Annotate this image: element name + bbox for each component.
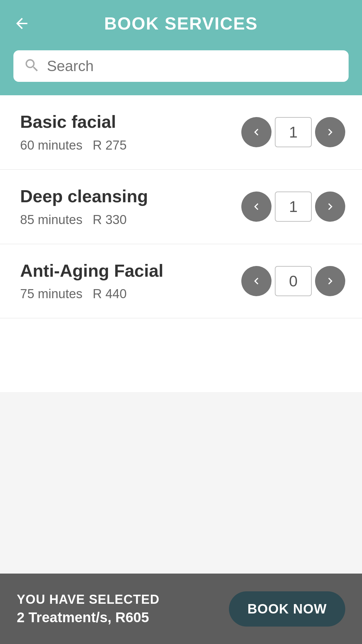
service-name: Anti-Aging Facial: [20, 261, 235, 281]
bottom-selected-detail: 2 Treatment/s, R605: [17, 609, 160, 626]
back-button[interactable]: [13, 15, 30, 32]
chevron-left-icon: [250, 274, 263, 288]
search-bar: [13, 50, 349, 82]
service-info: Deep cleansing 85 minutes R 330: [20, 186, 235, 227]
service-meta: 75 minutes R 440: [20, 287, 235, 301]
qty-stepper-anti-aging-facial: 0: [241, 266, 345, 296]
qty-stepper-basic-facial: 1: [241, 117, 345, 147]
decrement-button-deep-cleansing[interactable]: [241, 192, 272, 222]
search-container: [0, 50, 362, 95]
service-price: R 275: [93, 138, 126, 152]
chevron-left-icon: [250, 200, 263, 213]
service-duration: 85 minutes: [20, 213, 82, 227]
service-meta: 60 minutes R 275: [20, 138, 235, 153]
bottom-selection-info: YOU HAVE SELECTED 2 Treatment/s, R605: [17, 592, 160, 626]
service-info: Anti-Aging Facial 75 minutes R 440: [20, 261, 235, 302]
service-price: R 440: [93, 287, 126, 301]
service-duration: 60 minutes: [20, 138, 82, 152]
bottom-selected-label: YOU HAVE SELECTED: [17, 592, 160, 607]
service-meta: 85 minutes R 330: [20, 213, 235, 227]
search-input[interactable]: [47, 58, 339, 74]
qty-value-deep-cleansing: 1: [275, 192, 312, 222]
chevron-right-icon: [323, 125, 337, 139]
page-title: BOOK SERVICES: [104, 13, 258, 34]
chevron-left-icon: [250, 125, 263, 139]
services-list: Basic facial 60 minutes R 275 1 Deep cle…: [0, 95, 362, 392]
book-now-button[interactable]: BOOK NOW: [229, 591, 345, 627]
service-name: Basic facial: [20, 112, 235, 132]
qty-value-anti-aging-facial: 0: [275, 266, 312, 296]
increment-button-deep-cleansing[interactable]: [315, 192, 345, 222]
service-item-anti-aging-facial: Anti-Aging Facial 75 minutes R 440 0: [0, 244, 362, 319]
back-arrow-icon: [13, 15, 30, 32]
increment-button-anti-aging-facial[interactable]: [315, 266, 345, 296]
decrement-button-anti-aging-facial[interactable]: [241, 266, 272, 296]
service-name: Deep cleansing: [20, 186, 235, 207]
chevron-right-icon: [323, 274, 337, 288]
service-item-basic-facial: Basic facial 60 minutes R 275 1: [0, 95, 362, 170]
service-price: R 330: [93, 213, 126, 227]
header: BOOK SERVICES: [0, 0, 362, 50]
service-duration: 75 minutes: [20, 287, 82, 301]
service-item-deep-cleansing: Deep cleansing 85 minutes R 330 1: [0, 170, 362, 244]
bottom-bar: YOU HAVE SELECTED 2 Treatment/s, R605 BO…: [0, 574, 362, 644]
qty-stepper-deep-cleansing: 1: [241, 192, 345, 222]
chevron-right-icon: [323, 200, 337, 213]
decrement-button-basic-facial[interactable]: [241, 117, 272, 147]
service-info: Basic facial 60 minutes R 275: [20, 112, 235, 153]
increment-button-basic-facial[interactable]: [315, 117, 345, 147]
search-icon: [23, 57, 40, 75]
qty-value-basic-facial: 1: [275, 117, 312, 147]
